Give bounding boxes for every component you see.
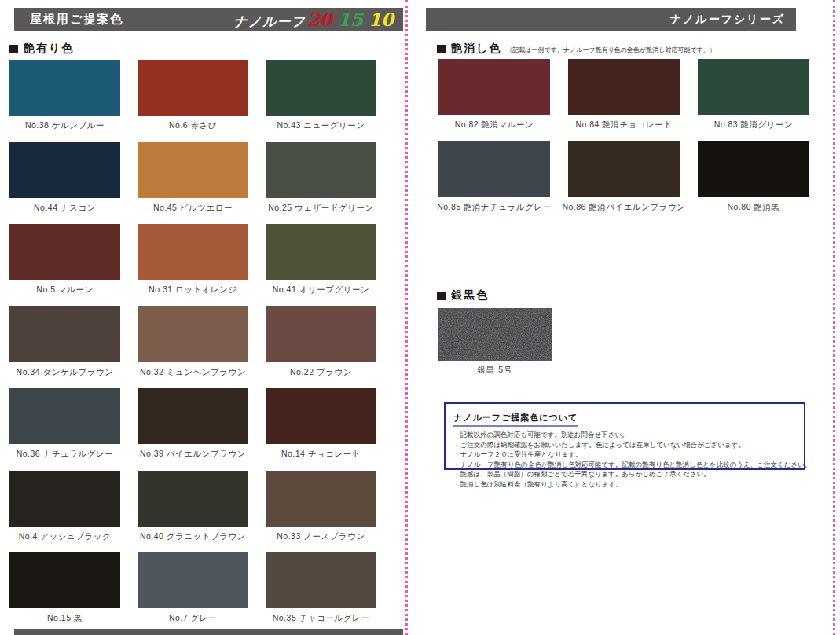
swatch-label: No.35 チャコールグレー xyxy=(273,613,369,624)
color-swatch xyxy=(9,60,120,116)
swatch-label: No.80 艶消黒 xyxy=(728,202,780,213)
logo-kana: ナノルーフ xyxy=(233,13,306,31)
fold-line-dotted xyxy=(405,0,408,635)
info-box-title: ナノルーフご提案色について xyxy=(453,412,578,427)
swatch-label: No.15 黒 xyxy=(47,613,83,624)
swatch-cell: No.15 黒 xyxy=(9,552,120,635)
header-bar-right: ナノルーフシリーズ xyxy=(426,8,796,31)
color-swatch xyxy=(438,59,550,115)
color-swatch xyxy=(266,471,376,527)
color-swatch xyxy=(266,224,376,280)
swatch-label: No.83 艶消グリーン xyxy=(714,119,794,130)
color-swatch xyxy=(266,60,376,116)
swatch-cell: No.45 ビルツエロー xyxy=(138,142,248,225)
swatch-cell: No.82 艶消マルーン xyxy=(438,59,550,141)
swatch-cell: No.38 ケルンブルー xyxy=(9,60,120,142)
color-swatch xyxy=(698,141,809,197)
swatch-cell: No.41 オリーブグリーン xyxy=(266,224,376,306)
color-swatch xyxy=(266,552,376,608)
swatch-label: No.41 オリーブグリーン xyxy=(273,284,369,295)
swatch-cell: No.39 バイエルンブラウン xyxy=(138,388,248,471)
swatch-label: No.31 ロットオレンジ xyxy=(149,284,237,295)
swatch-label: No.82 艶消マルーン xyxy=(455,119,534,130)
swatch-cell: No.80 艶消黒 xyxy=(698,141,809,224)
color-swatch xyxy=(9,142,120,198)
swatch-cell: No.6 赤さび xyxy=(138,60,248,142)
logo-number-10: 10 xyxy=(369,9,394,30)
color-swatch xyxy=(568,141,680,197)
info-bullet: ・艶感は、製品（樹脂）の種類ごとで若干異なります。あらかじめご了承ください。 xyxy=(453,469,796,479)
color-swatch xyxy=(138,388,248,444)
series-title: ナノルーフシリーズ xyxy=(670,13,785,27)
info-bullet: ・ご注文の際は納期確認をお願いいたします。色によっては在庫していない場合がござい… xyxy=(453,440,796,450)
info-bullet: ・ナノルーフ２０は受注生産となります。 xyxy=(453,450,796,460)
swatch-label: No.39 バイエルンブラウン xyxy=(140,449,246,460)
page-title: 屋根用ご提案色 xyxy=(30,12,123,27)
trim-line-dashed xyxy=(838,0,838,635)
logo-number-15: 15 xyxy=(338,9,363,30)
color-swatch xyxy=(138,471,248,527)
section-square-icon xyxy=(437,45,446,53)
fold-line-dashed xyxy=(413,0,413,635)
color-swatch xyxy=(9,471,120,527)
swatch-cell: No.5 マルーン xyxy=(9,224,120,306)
glossy-section-title: 艶有り色 xyxy=(24,42,74,56)
trim-line-dotted xyxy=(833,0,835,635)
swatch-cell: No.25 ウェザードグリーン xyxy=(266,142,376,225)
swatch-cell: No.31 ロットオレンジ xyxy=(138,224,248,306)
color-swatch xyxy=(138,224,248,280)
swatch-cell: No.36 ナチュラルグレー xyxy=(9,388,120,471)
info-bullet: ・ナノルーフ艶有り色の全色が艶消し色対応可能です。記載の艶有り色と艶消し色とを比… xyxy=(453,460,796,470)
color-swatch xyxy=(138,60,248,116)
swatch-cell: No.34 ダンケルブラウン xyxy=(9,306,120,389)
swatch-label: No.7 グレー xyxy=(169,613,217,624)
swatch-label: No.36 ナチュラルグレー xyxy=(17,449,114,460)
swatch-label: No.38 ケルンブルー xyxy=(25,120,105,131)
matte-swatch-grid: No.82 艶消マルーンNo.84 艶消チョコレートNo.83 艶消グリーンNo… xyxy=(438,59,809,223)
swatch-label: No.14 チョコレート xyxy=(281,449,361,460)
color-swatch xyxy=(9,224,120,280)
swatch-cell: No.35 チャコールグレー xyxy=(266,552,376,635)
swatch-cell: No.22 ブラウン xyxy=(266,306,376,389)
swatch-label: No.22 ブラウン xyxy=(290,367,352,378)
glossy-swatch-grid: No.38 ケルンブルーNo.6 赤さびNo.43 ニューグリーンNo.44 ナ… xyxy=(9,60,376,635)
color-swatch xyxy=(9,388,120,444)
section-square-icon xyxy=(9,45,18,53)
color-proposal-sheet: 屋根用ご提案色 ナノルーフ 20 15 10 ナノルーフシリーズ 艶有り色 No… xyxy=(0,0,840,635)
color-swatch xyxy=(138,552,248,608)
matte-section-note: （記載は一例です。ナノルーフ艶有り色の全色が艶消し対応可能です。） xyxy=(506,46,715,54)
color-swatch xyxy=(568,59,680,115)
swatch-label: No.45 ビルツエロー xyxy=(153,203,233,214)
color-swatch xyxy=(9,306,120,362)
silver-black-heading: 銀黒色 xyxy=(437,288,489,303)
info-box: ナノルーフご提案色について ・記載以外の調色対応も可能です。別途お問合せ下さい。… xyxy=(444,402,805,470)
header-bar-left: 屋根用ご提案色 ナノルーフ 20 15 10 xyxy=(14,8,403,31)
silver-black-label: 銀黒 5号 xyxy=(438,365,552,376)
swatch-label: No.86 艶消バイエルンブラウン xyxy=(562,202,685,213)
swatch-label: No.43 ニューグリーン xyxy=(277,120,365,131)
swatch-cell: No.44 ナスコン xyxy=(9,142,120,225)
swatch-label: No.33 ノースブラウン xyxy=(277,531,365,542)
color-swatch xyxy=(438,141,550,197)
swatch-cell: No.7 グレー xyxy=(138,552,248,635)
swatch-label: No.6 赤さび xyxy=(169,120,217,131)
info-bullet-list: ・記載以外の調色対応も可能です。別途お問合せ下さい。・ご注文の際は納期確認をお願… xyxy=(453,430,796,489)
silver-black-swatch xyxy=(438,308,552,361)
section-square-icon xyxy=(437,292,446,300)
nanoroof-logo: ナノルーフ 20 15 10 xyxy=(233,9,394,31)
swatch-label: No.84 艶消チョコレート xyxy=(575,119,672,130)
matte-section-title: 艶消し色 xyxy=(451,42,501,56)
swatch-label: No.40 グラニットブラウン xyxy=(140,531,246,542)
swatch-cell: No.40 グラニットブラウン xyxy=(138,471,248,553)
swatch-label: No.44 ナスコン xyxy=(34,203,96,214)
color-swatch xyxy=(266,142,376,198)
swatch-cell: No.32 ミュンヘンブラウン xyxy=(138,306,248,389)
color-swatch xyxy=(9,552,120,608)
swatch-label: No.34 ダンケルブラウン xyxy=(17,367,114,378)
swatch-cell: No.33 ノースブラウン xyxy=(266,471,376,553)
swatch-label: No.4 アッシュブラック xyxy=(19,531,112,542)
swatch-cell: No.14 チョコレート xyxy=(266,388,376,471)
swatch-cell: No.84 艶消チョコレート xyxy=(568,59,680,141)
color-swatch xyxy=(266,388,376,444)
silver-black-title: 銀黒色 xyxy=(451,288,489,303)
